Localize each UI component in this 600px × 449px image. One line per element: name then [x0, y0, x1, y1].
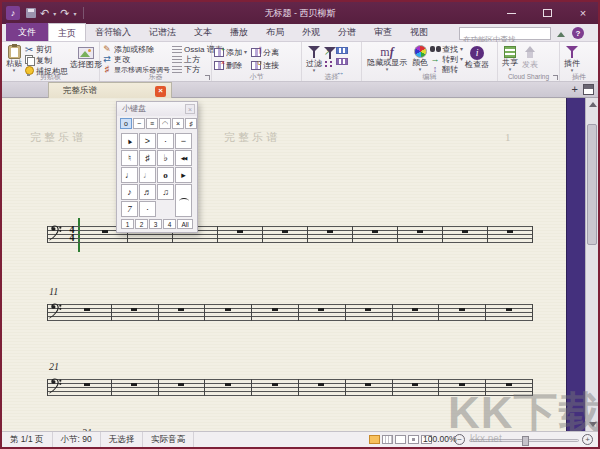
dialog-launcher-icon[interactable]	[553, 75, 558, 80]
undo-dropdown-icon[interactable]: ▾	[53, 10, 56, 17]
redo-button[interactable]: ↷	[60, 7, 69, 20]
keypad-tie-button[interactable]	[175, 184, 192, 217]
delete-bar-button[interactable]: ×删除	[214, 61, 247, 70]
color-button[interactable]: 颜色 ▾	[410, 44, 430, 73]
zoom-in-button[interactable]: +	[582, 434, 593, 445]
scroll-up-icon[interactable]	[589, 102, 597, 107]
undo-button[interactable]: ↶	[40, 7, 49, 20]
spread-view-icon[interactable]	[395, 435, 406, 444]
staff-system-2[interactable]: 11	[47, 304, 532, 321]
add-remove-instruments-button[interactable]: ✎添加或移除	[102, 45, 170, 54]
filter-button[interactable]: 过滤 ▾	[304, 44, 324, 73]
keypad-tab-accidentals-page[interactable]: ♯	[185, 118, 197, 129]
select-bars-button[interactable]	[336, 47, 348, 54]
join-bar-button[interactable]: ∪连接	[251, 61, 279, 70]
title-bar[interactable]: ♪ ↶▾ ↷▾ 无标题 - 西贝柳斯 ×	[2, 2, 598, 24]
minimize-button[interactable]	[500, 5, 522, 21]
keypad-flat-button[interactable]: ♭	[157, 150, 174, 166]
keypad-tab-articulations-page[interactable]: ◠	[159, 118, 171, 129]
close-button[interactable]: ×	[572, 5, 594, 21]
redo-dropdown-icon[interactable]: ▾	[73, 10, 76, 17]
plugins-button[interactable]: 插件 ▾	[562, 44, 582, 73]
select-dots-button[interactable]	[324, 60, 334, 68]
document-tab-bar: 完整乐谱 × +	[2, 82, 598, 98]
ribbon-tab-4[interactable]: 播放	[221, 23, 257, 41]
copy-button[interactable]: 复制	[24, 55, 68, 65]
page-view-icon[interactable]	[369, 435, 380, 444]
sibelius-window: ♪ ↶▾ ↷▾ 无标题 - 西贝柳斯 × 文件 主页音符输入记谱法文本播放布局外…	[0, 0, 600, 449]
ribbon-tab-1[interactable]: 音符输入	[86, 23, 140, 41]
scrollbar-thumb[interactable]	[587, 124, 597, 245]
keypad-layout-3[interactable]: 3	[149, 219, 162, 229]
ribbon-tab-3[interactable]: 文本	[185, 23, 221, 41]
keypad-tab-jazz-articulations-page[interactable]: ×	[172, 118, 184, 129]
goto-button[interactable]: →转到▾	[430, 55, 463, 64]
document-tab-close-icon[interactable]: ×	[155, 86, 166, 97]
keypad-half-note-button[interactable]: ♩	[139, 167, 156, 183]
zoom-out-button[interactable]: −	[454, 434, 465, 445]
app-icon[interactable]: ♪	[6, 6, 20, 20]
keypad-tenuto-button[interactable]: −	[175, 133, 192, 149]
qa-separator	[83, 7, 84, 19]
share-button[interactable]: 共享 ▾	[500, 44, 520, 73]
keypad-layout-4[interactable]: 4	[163, 219, 176, 229]
keypad-layout-All[interactable]: All	[177, 219, 193, 229]
keypad-whole-note-button[interactable]: o	[157, 167, 174, 183]
ribbon-tab-9[interactable]: 视图	[401, 23, 437, 41]
select-graphic-button[interactable]: 选择图形	[68, 44, 104, 73]
cut-button[interactable]: ✂剪切	[24, 45, 68, 54]
keypad-sixteenth-note-button[interactable]: ♬	[139, 184, 156, 200]
document-tab-full-score[interactable]: 完整乐谱 ×	[48, 82, 172, 98]
keypad-sharp-button[interactable]: ♯	[139, 150, 156, 166]
keypad-layout-1[interactable]: 1	[121, 219, 134, 229]
keypad-tab-more-notes-page[interactable]: −	[133, 118, 145, 129]
inspector-button[interactable]: i 检查器	[463, 44, 491, 73]
focus-view-icon[interactable]	[408, 435, 419, 444]
hide-show-button[interactable]: mf 隐藏或显示 ▾	[364, 44, 410, 73]
collapse-ribbon-icon[interactable]	[557, 32, 565, 37]
ribbon-tab-7[interactable]: 分谱	[329, 23, 365, 41]
select-system-button[interactable]	[336, 58, 348, 65]
find-button[interactable]: 查找▾	[430, 45, 463, 54]
zoom-slider-thumb[interactable]	[522, 436, 529, 446]
keypad-close-icon[interactable]: ×	[185, 104, 195, 114]
keypad-cue-button[interactable]: ▸	[175, 167, 192, 183]
maximize-button[interactable]	[536, 5, 558, 21]
keypad-panel[interactable]: 小键盘 × o−≡◠×♯ ▲>·−♮♯♭◀◀♩♩o▸♪♬♫7· 1234All	[116, 101, 198, 233]
bar-number: 21	[49, 361, 59, 372]
keypad-quarter-note-button[interactable]: ♩	[121, 167, 138, 183]
swap-icon: ⇄	[102, 55, 112, 64]
score-page[interactable]: 完整乐谱 完整乐谱 1 31 441121	[2, 98, 567, 431]
keypad-grace-note-button[interactable]: ◀◀	[175, 150, 192, 166]
tab-file[interactable]: 文件	[6, 23, 48, 41]
ribbon-tab-8[interactable]: 审查	[365, 23, 401, 41]
keypad-layout-2[interactable]: 2	[135, 219, 148, 229]
ribbon-tab-2[interactable]: 记谱法	[140, 23, 185, 41]
window-switch-icon[interactable]	[583, 84, 594, 95]
vertical-scrollbar[interactable]	[585, 98, 598, 431]
status-pitch[interactable]: 实际音高	[143, 432, 194, 447]
publish-button[interactable]: 发表	[520, 44, 540, 73]
keypad-eighth-note-button[interactable]: ♪	[121, 184, 138, 200]
add-bar-button[interactable]: +添加▾	[214, 48, 247, 57]
keypad-rest-button[interactable]: 7	[121, 201, 138, 217]
panorama-view-icon[interactable]	[382, 435, 393, 444]
keypad-pointer-button[interactable]: ▲	[121, 133, 138, 149]
dialog-launcher-icon[interactable]	[205, 75, 210, 80]
keypad-accent-button[interactable]: >	[139, 133, 156, 149]
keypad-staccato-button[interactable]: ·	[157, 133, 174, 149]
keypad-thirtysecond-note-button[interactable]: ♫	[157, 184, 174, 200]
ribbon-tab-0[interactable]: 主页	[48, 23, 86, 41]
save-icon[interactable]	[26, 8, 36, 18]
paste-button[interactable]: 粘贴 ▾	[4, 44, 24, 73]
ribbon-tab-6[interactable]: 外观	[293, 23, 329, 41]
keypad-natural-button[interactable]: ♮	[121, 150, 138, 166]
keypad-tab-common-notes-page[interactable]: o	[120, 118, 132, 129]
ribbon-tab-5[interactable]: 布局	[257, 23, 293, 41]
split-bar-button[interactable]: ∥分离	[251, 48, 279, 57]
change-instrument-button[interactable]: ⇄更改	[102, 55, 170, 64]
keypad-rhythm-dot-button[interactable]: ·	[139, 201, 156, 217]
keypad-tab-beams-tremolos-page[interactable]: ≡	[146, 118, 158, 129]
help-button[interactable]: ?	[572, 27, 584, 39]
new-tab-button[interactable]: +	[572, 83, 578, 96]
